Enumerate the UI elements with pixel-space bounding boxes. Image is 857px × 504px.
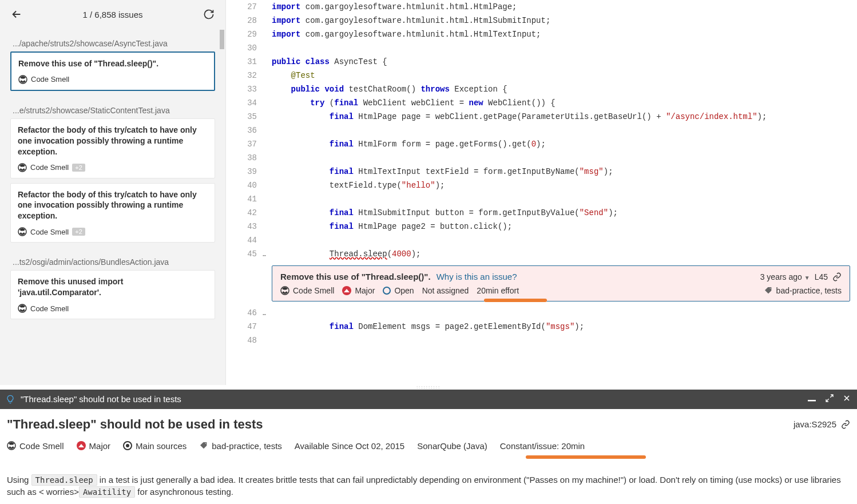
line-number[interactable]: 30 — [226, 41, 267, 55]
code-line: 38 — [226, 151, 857, 165]
code-line: 37 final HtmlForm form = page.getForms()… — [226, 137, 857, 151]
highlight-annotation — [526, 455, 646, 459]
rule-panel: "Thread.sleep" should not be used in tes… — [0, 409, 857, 505]
line-number[interactable]: 37 — [226, 137, 267, 151]
rule-description: Using Thread.sleep in a test is just gen… — [7, 474, 850, 499]
rule-since: Available Since Oct 02, 2015 — [295, 441, 404, 451]
extra-locations-badge: +2 — [72, 228, 85, 236]
code-line: 40 textField.type("hello"); — [226, 178, 857, 192]
minimize-icon[interactable] — [808, 395, 817, 403]
issue-card-title: Remove this use of "Thread.sleep()". — [18, 58, 207, 69]
issue-type[interactable]: Code Smell — [280, 286, 334, 295]
why-issue-link[interactable]: Why is this an issue? — [437, 272, 517, 281]
code-text — [267, 306, 857, 320]
rule-constant: Constant/issue: 20min — [500, 441, 585, 451]
code-text: textField.type("hello"); — [267, 178, 857, 192]
code-text: import com.gargoylesoftware.htmlunit.htm… — [267, 14, 857, 27]
line-number[interactable]: 46⋯ — [226, 306, 267, 320]
code-line: 29import com.gargoylesoftware.htmlunit.h… — [226, 27, 857, 41]
line-number[interactable]: 38 — [226, 151, 267, 165]
permalink-icon[interactable] — [832, 272, 842, 281]
code-text: final HtmlTextInput textField = form.get… — [267, 165, 857, 178]
inline-issue-box[interactable]: Remove this use of "Thread.sleep()". Why… — [272, 265, 850, 301]
issue-card[interactable]: Refactor the body of this try/catch to h… — [10, 118, 215, 178]
line-number[interactable]: 39 — [226, 165, 267, 178]
line-number[interactable]: 42 — [226, 206, 267, 220]
issue-severity[interactable]: Major — [342, 286, 375, 295]
code-text: public class AsyncTest { — [267, 55, 857, 69]
code-text: public void testChatRoom() throws Except… — [267, 82, 857, 96]
issue-card-title: Refactor the body of this try/catch to h… — [18, 125, 208, 157]
code-line: 35 final HtmlPage page = webClient.getPa… — [226, 110, 857, 124]
line-number[interactable]: 41 — [226, 192, 267, 206]
line-number[interactable]: 31 — [226, 55, 267, 69]
inline-issue-title: Remove this use of "Thread.sleep()". — [280, 272, 431, 281]
back-arrow-icon[interactable] — [10, 8, 23, 21]
code-line: 27import com.gargoylesoftware.htmlunit.h… — [226, 0, 857, 14]
code-line: 36 — [226, 124, 857, 137]
issue-status[interactable]: Open — [383, 286, 414, 295]
highlight-annotation — [484, 299, 547, 302]
line-number[interactable]: 27 — [226, 0, 267, 14]
line-number[interactable]: 47 — [226, 320, 267, 334]
line-number[interactable]: 35 — [226, 110, 267, 124]
code-line: 39 final HtmlTextInput textField = form.… — [226, 165, 857, 178]
line-number[interactable]: 44 — [226, 233, 267, 247]
code-text — [267, 124, 857, 137]
file-path[interactable]: ...e/struts2/showcase/StaticContentTest.… — [10, 96, 215, 118]
scrollbar-thumb[interactable] — [220, 30, 224, 49]
code-line: 45⋯ Thread.sleep(4000); — [226, 247, 857, 261]
line-number[interactable]: 43 — [226, 220, 267, 233]
issue-card[interactable]: Remove this unused import 'java.util.Com… — [10, 270, 215, 319]
line-number[interactable]: 45⋯ — [226, 247, 267, 261]
rule-header-bar: "Thread.sleep" should not be used in tes… — [0, 390, 857, 409]
line-number[interactable]: 29 — [226, 27, 267, 41]
issue-card-meta: Code Smell — [18, 304, 208, 313]
rule-title: "Thread.sleep" should not be used in tes… — [7, 417, 263, 432]
issue-assignee[interactable]: Not assigned — [422, 286, 469, 295]
line-number[interactable]: 33 — [226, 82, 267, 96]
line-number[interactable]: 28 — [226, 14, 267, 27]
issue-card[interactable]: Remove this use of "Thread.sleep()".Code… — [10, 51, 215, 91]
issue-tags[interactable]: bad-practice, tests — [764, 286, 842, 295]
code-viewer: 27import com.gargoylesoftware.htmlunit.h… — [226, 0, 857, 385]
code-line: 30 — [226, 41, 857, 55]
tags-icon — [764, 286, 773, 295]
line-number[interactable]: 36 — [226, 124, 267, 137]
issue-line[interactable]: L45 — [815, 272, 828, 281]
code-line: 28import com.gargoylesoftware.htmlunit.h… — [226, 14, 857, 27]
expand-icon[interactable] — [825, 394, 834, 404]
code-smell-icon — [18, 304, 27, 313]
code-chip: Awaitility — [79, 486, 135, 498]
line-number[interactable]: 48 — [226, 334, 267, 347]
line-number[interactable]: 40 — [226, 178, 267, 192]
reload-icon[interactable] — [203, 8, 215, 21]
code-text: final HtmlForm form = page.getForms().ge… — [267, 137, 857, 151]
rule-type: Code Smell — [7, 441, 64, 451]
issue-card-title: Refactor the body of this try/catch to h… — [18, 189, 208, 222]
line-number[interactable]: 32 — [226, 69, 267, 82]
code-line: 48 — [226, 334, 857, 347]
file-path[interactable]: ...ts2/osgi/admin/actions/BundlesAction.… — [10, 247, 215, 270]
code-chip: Thread.sleep — [31, 474, 97, 486]
code-line: 41 — [226, 192, 857, 206]
major-severity-icon — [342, 286, 351, 295]
major-severity-icon — [77, 441, 86, 450]
issue-card[interactable]: Refactor the body of this try/catch to h… — [10, 183, 215, 243]
code-text: final HtmlPage page = webClient.getPage(… — [267, 110, 857, 124]
issue-list: .../apache/struts2/showcase/AsyncTest.ja… — [0, 29, 225, 385]
close-icon[interactable] — [842, 394, 851, 404]
rule-permalink-icon[interactable] — [841, 420, 850, 429]
fold-icon[interactable]: ⋯ — [263, 249, 266, 263]
code-smell-icon — [7, 441, 16, 450]
code-line: 33 public void testChatRoom() throws Exc… — [226, 82, 857, 96]
panel-resize-handle[interactable]: :::::::::: — [0, 385, 857, 390]
code-text — [267, 233, 857, 247]
rule-tags: bad-practice, tests — [199, 441, 282, 451]
lightbulb-icon — [6, 395, 15, 404]
issue-age[interactable]: 3 years ago ▼ — [760, 272, 810, 281]
line-number[interactable]: 34 — [226, 96, 267, 110]
issues-sidebar: 1 / 6,858 issues .../apache/struts2/show… — [0, 0, 226, 385]
code-text — [267, 151, 857, 165]
file-path[interactable]: .../apache/struts2/showcase/AsyncTest.ja… — [10, 29, 215, 51]
